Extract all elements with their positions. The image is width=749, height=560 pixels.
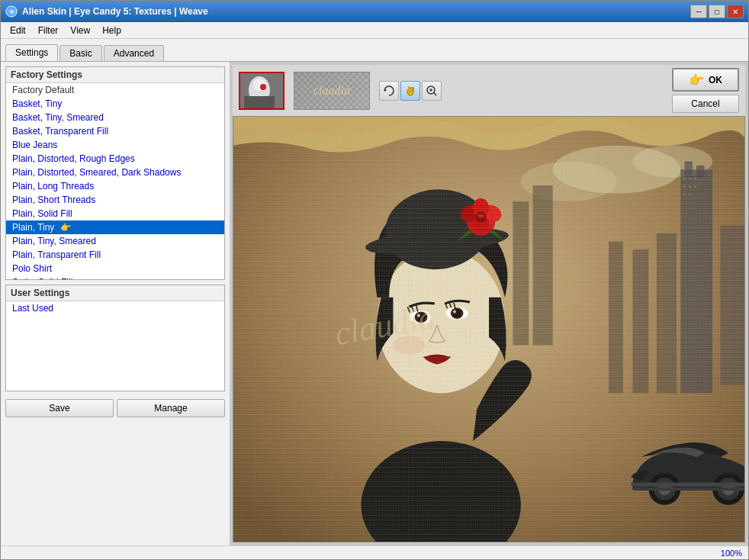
main-window: 👁 Alien Skin | Eye Candy 5: Textures | W…	[0, 0, 749, 560]
svg-rect-14	[408, 86, 410, 92]
settings-list-container[interactable]: Factory Default Basket, Tiny Basket, Tin…	[6, 83, 224, 279]
window-title: Alien Skin | Eye Candy 5: Textures | Wea…	[22, 6, 208, 17]
list-item[interactable]: Plain, Long Threads	[6, 179, 224, 193]
close-button[interactable]: ✕	[727, 5, 744, 18]
preview-image: claudia	[233, 117, 744, 542]
title-bar-left: 👁 Alien Skin | Eye Candy 5: Textures | W…	[5, 5, 208, 18]
manage-button[interactable]: Manage	[117, 399, 225, 417]
list-item[interactable]: Basket, Transparent Fill	[6, 124, 224, 138]
preview-toolbar: claudia	[233, 65, 745, 116]
ok-hand-icon: 👉	[689, 72, 704, 87]
title-bar: 👁 Alien Skin | Eye Candy 5: Textures | W…	[1, 1, 748, 22]
selection-arrow-icon: 👉	[60, 222, 72, 233]
ok-cancel-area: 👉 OK Cancel	[672, 68, 739, 113]
list-item[interactable]: Plain, Distorted, Rough Edges	[6, 152, 224, 166]
svg-rect-75	[631, 483, 744, 487]
tabs-bar: Settings Basic Advanced	[1, 39, 748, 62]
reset-icon	[383, 85, 395, 97]
menu-edit[interactable]: Edit	[4, 24, 32, 37]
window-controls: ─ □ ✕	[690, 5, 744, 18]
watermark-text: claudia	[313, 84, 350, 98]
zoom-icon	[426, 85, 438, 97]
tab-settings[interactable]: Settings	[5, 44, 58, 61]
minimize-button[interactable]: ─	[690, 5, 707, 18]
pan-button[interactable]	[400, 81, 420, 101]
hand-icon	[404, 85, 416, 97]
preview-area: claudia	[233, 116, 745, 542]
menu-help[interactable]: Help	[96, 24, 127, 37]
list-item[interactable]: Blue Jeans	[6, 138, 224, 152]
svg-rect-17	[407, 89, 408, 92]
list-item[interactable]: Basket, Tiny, Smeared	[6, 111, 224, 124]
preview-thumbnail[interactable]	[239, 72, 284, 110]
menu-bar: Edit Filter View Help	[1, 22, 748, 39]
cancel-button[interactable]: Cancel	[672, 95, 739, 113]
menu-view[interactable]: View	[64, 24, 96, 37]
user-settings-group: User Settings Last Used	[5, 285, 225, 391]
save-button[interactable]: Save	[5, 399, 114, 417]
list-item[interactable]: Plain, Distorted, Smeared, Dark Shadows	[6, 166, 224, 179]
svg-point-6	[260, 84, 266, 90]
svg-text:👁: 👁	[8, 8, 15, 16]
list-item-last-used[interactable]: Last Used	[6, 301, 224, 315]
zoom-button[interactable]	[422, 81, 442, 101]
reset-view-button[interactable]	[379, 81, 399, 101]
tab-basic[interactable]: Basic	[59, 45, 101, 61]
svg-marker-12	[384, 89, 387, 92]
panel-buttons: Save Manage	[5, 396, 225, 420]
list-item[interactable]: Satin, Solid Fill	[6, 275, 224, 279]
menu-filter[interactable]: Filter	[32, 24, 65, 37]
user-settings-list: Last Used	[6, 301, 224, 315]
svg-line-19	[434, 93, 436, 95]
svg-rect-15	[410, 87, 411, 92]
maximize-button[interactable]: □	[709, 5, 725, 18]
svg-rect-77	[741, 469, 744, 475]
toolbar-tools	[379, 81, 442, 101]
list-item[interactable]: Plain, Short Threads	[6, 193, 224, 207]
svg-rect-16	[411, 88, 413, 92]
list-item[interactable]: Basket, Tiny	[6, 97, 224, 111]
status-bar: 100%	[1, 546, 748, 559]
list-item[interactable]: Plain, Transparent Fill	[6, 248, 224, 262]
list-item[interactable]: Plain, Solid Fill	[6, 207, 224, 220]
left-panel: Factory Settings Factory Default Basket,…	[1, 62, 230, 546]
main-content: Factory Settings Factory Default Basket,…	[1, 62, 748, 546]
user-settings-header: User Settings	[6, 285, 224, 301]
list-item[interactable]: Polo Shirt	[6, 262, 224, 275]
zoom-level: 100%	[721, 549, 742, 558]
ok-button[interactable]: 👉 OK	[672, 68, 739, 92]
factory-settings-header: Factory Settings	[6, 67, 224, 83]
weave-preview: claudia	[294, 72, 370, 110]
svg-rect-5	[244, 96, 275, 110]
list-item[interactable]: Plain, Tiny, Smeared	[6, 234, 224, 248]
factory-settings-group: Factory Settings Factory Default Basket,…	[5, 66, 225, 280]
tab-advanced[interactable]: Advanced	[104, 45, 164, 61]
svg-rect-76	[632, 488, 744, 491]
ok-label: OK	[709, 75, 722, 85]
list-item-selected[interactable]: Plain, Tiny 👉	[6, 220, 224, 234]
right-panel: claudia	[230, 62, 748, 546]
app-icon: 👁	[5, 5, 18, 18]
list-item[interactable]: Factory Default	[6, 83, 224, 97]
factory-settings-list: Factory Default Basket, Tiny Basket, Tin…	[6, 83, 224, 279]
